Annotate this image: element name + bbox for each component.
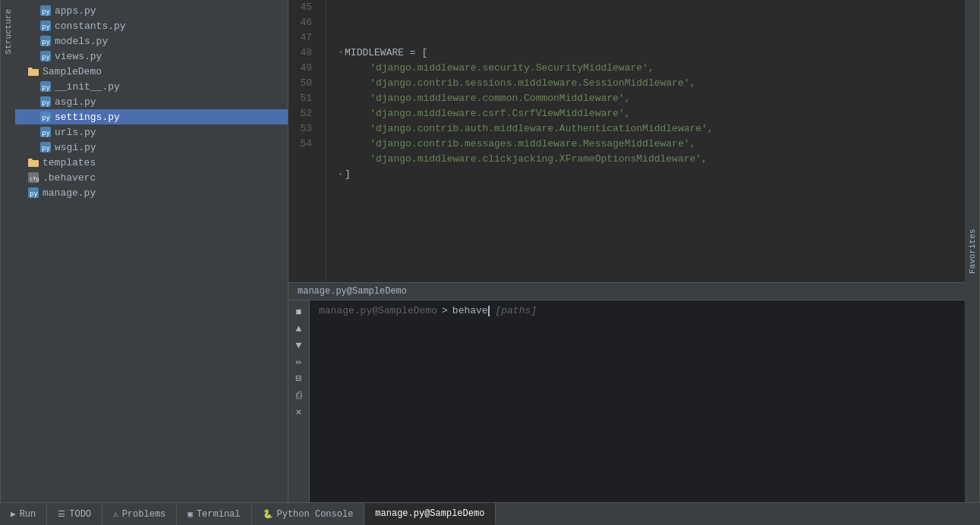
folder-icon — [27, 65, 39, 77]
config-svg: cfg — [28, 172, 39, 183]
code-content[interactable]: ▾MIDDLEWARE = [ 'django.middleware.secur… — [326, 0, 965, 282]
code-line: ▾MIDDLEWARE = [ — [339, 46, 965, 61]
fold-marker[interactable]: ▸ — [339, 167, 343, 182]
tab-label: TODO — [69, 509, 91, 520]
python-file-icon: py — [39, 126, 52, 138]
tree-item-__init__-py[interactable]: py __init__.py — [15, 79, 288, 94]
tree-item-wsgi-py[interactable]: py wsgi.py — [15, 140, 288, 155]
code-text: 'django.contrib.sessions.middleware.Sess… — [346, 76, 695, 91]
svg-text:py: py — [42, 23, 50, 30]
line-number: 51 — [288, 91, 318, 106]
file-name-label: manage.py — [43, 187, 96, 199]
bottom-tabs: ▶Run☰TODO⚠Problems▣Terminal🐍Python Conso… — [0, 502, 980, 525]
code-text: 'django.middleware.common.CommonMiddlewa… — [346, 91, 630, 106]
tree-item-apps-py[interactable]: py apps.py — [15, 3, 288, 18]
bottom-tab-todo[interactable]: ☰TODO — [47, 503, 102, 525]
py-svg: py — [40, 20, 51, 31]
svg-text:py: py — [42, 99, 50, 106]
code-text: 'django.contrib.messages.middleware.Mess… — [346, 137, 695, 152]
wrap-button[interactable]: ⇔ — [292, 355, 306, 369]
file-name-label: views.py — [55, 51, 102, 62]
svg-text:py: py — [42, 53, 50, 61]
python-file-icon: py — [39, 35, 52, 47]
terminal-body[interactable]: manage.py@SampleDemo > behave [paths] — [310, 300, 965, 502]
file-name-label: apps.py — [55, 5, 96, 17]
tree-item-views-py[interactable]: py views.py — [15, 49, 288, 64]
code-line — [339, 30, 965, 46]
folder-icon — [27, 156, 39, 168]
tab-label: Problems — [122, 509, 166, 520]
bottom-tab-terminal[interactable]: ▣Terminal — [177, 503, 251, 525]
py-svg: py — [40, 96, 51, 107]
line-number: 52 — [288, 106, 318, 121]
svg-text:cfg: cfg — [30, 176, 39, 182]
code-line: 'django.contrib.messages.middleware.Mess… — [339, 137, 965, 152]
tab-icon: ☰ — [58, 509, 65, 519]
bottom-tab-python-console[interactable]: 🐍Python Console — [252, 503, 365, 525]
scroll-down-button[interactable]: ▼ — [292, 338, 306, 352]
py-svg: py — [40, 112, 51, 122]
tree-item-settings-py[interactable]: py settings.py — [15, 109, 288, 124]
py-svg: py — [40, 36, 51, 46]
line-numbers: 45464748495051525354 — [288, 0, 326, 282]
tab-label: Run — [20, 509, 36, 520]
svg-text:py: py — [42, 83, 50, 91]
line-number: 48 — [288, 46, 318, 61]
tab-label: Terminal — [197, 509, 241, 520]
svg-text:py: py — [42, 38, 50, 46]
svg-text:py: py — [42, 8, 50, 15]
code-text: 'django.contrib.auth.middleware.Authenti… — [346, 121, 714, 137]
tab-icon: 🐍 — [263, 509, 273, 519]
py-svg: py — [40, 142, 51, 152]
file-name-label: models.py — [55, 36, 108, 47]
tab-icon: ▣ — [187, 509, 193, 519]
folder-svg — [28, 158, 39, 167]
favorites-panel[interactable]: Favorites — [965, 0, 980, 502]
tree-item-templates[interactable]: templates — [15, 155, 288, 170]
svg-text:py: py — [30, 190, 38, 197]
terminal-inner: ■ ▲ ▼ ⇔ ⊟ ⎙ ✕ manage.py@SampleDemo > beh… — [288, 300, 965, 502]
py-svg: py — [40, 127, 51, 137]
stop-button[interactable]: ■ — [292, 305, 306, 319]
bottom-tab-problems[interactable]: ⚠Problems — [102, 503, 177, 525]
tree-item-constants-py[interactable]: py constants.py — [15, 18, 288, 33]
structure-label: Structure — [4, 9, 13, 54]
fold-marker[interactable]: ▾ — [339, 46, 343, 61]
code-text: 'django.middleware.clickjacking.XFrameOp… — [346, 152, 707, 167]
prompt-command: behave — [452, 305, 488, 316]
python-file-icon: py — [39, 20, 52, 32]
code-view: 45464748495051525354 ▾MIDDLEWARE = [ 'dj… — [288, 0, 965, 282]
tree-item-SampleDemo[interactable]: SampleDemo — [15, 64, 288, 79]
python-file-icon: py — [39, 111, 52, 123]
print-button[interactable]: ⎙ — [292, 388, 306, 402]
structure-panel: Structure — [0, 0, 15, 502]
tree-item--behaverc[interactable]: cfg .behaverc — [15, 170, 288, 185]
svg-text:py: py — [42, 129, 50, 137]
python-file-icon: py — [39, 5, 52, 17]
python-file-icon: py — [39, 80, 52, 93]
code-line: 'django.contrib.auth.middleware.Authenti… — [339, 121, 965, 137]
tree-item-manage-py[interactable]: py manage.py — [15, 185, 288, 200]
py-svg: py — [28, 187, 39, 198]
filter-button[interactable]: ⊟ — [292, 372, 306, 385]
tree-item-models-py[interactable]: py models.py — [15, 33, 288, 49]
file-name-label: settings.py — [55, 112, 120, 123]
prompt-path: manage.py@SampleDemo — [319, 305, 437, 316]
file-tree-sidebar: py apps.py py constants.py py models.py … — [15, 0, 288, 502]
line-number: 53 — [288, 121, 318, 137]
svg-text:py: py — [42, 114, 50, 121]
file-name-label: .behaverc — [43, 172, 96, 184]
terminal-toolbar: ■ ▲ ▼ ⇔ ⊟ ⎙ ✕ — [288, 300, 310, 502]
tree-item-urls-py[interactable]: py urls.py — [15, 124, 288, 140]
bottom-tab-manage-py-sampledemo[interactable]: manage.py@SampleDemo — [364, 503, 496, 525]
tree-item-asgi-py[interactable]: py asgi.py — [15, 94, 288, 109]
favorites-label: Favorites — [968, 228, 977, 273]
code-text: MIDDLEWARE = [ — [345, 46, 427, 61]
file-name-label: urls.py — [55, 127, 96, 138]
terminal-prompt: manage.py@SampleDemo > behave [paths] — [319, 305, 956, 316]
scroll-up-button[interactable]: ▲ — [292, 322, 306, 335]
bottom-tab-run[interactable]: ▶Run — [0, 503, 47, 525]
close-button[interactable]: ✕ — [292, 405, 306, 419]
python-file-icon: py — [27, 187, 39, 199]
code-line: 'django.middleware.csrf.CsrfViewMiddlewa… — [339, 106, 965, 121]
